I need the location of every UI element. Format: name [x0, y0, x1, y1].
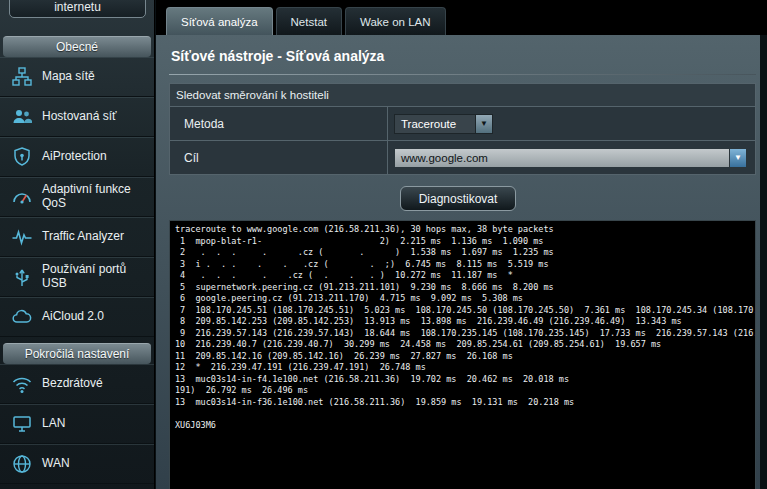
sidebar-item-wireless[interactable]: Bezdrátové	[0, 364, 154, 404]
target-input[interactable]: www.google.com ▼	[394, 148, 747, 168]
tab-label: Síťová analýza	[181, 16, 258, 28]
method-select[interactable]: Traceroute ▼	[394, 114, 493, 134]
cloud-icon	[10, 305, 34, 329]
sidebar-item-usb-application[interactable]: Používání portů USB	[0, 257, 154, 297]
main-area: Síťová analýza Netstat Wake on LAN Síťov…	[156, 0, 767, 489]
chevron-down-icon[interactable]: ▼	[475, 115, 492, 133]
target-field: www.google.com ▼	[388, 141, 755, 174]
target-row: Cíl www.google.com ▼	[170, 140, 755, 174]
traceroute-output[interactable]: traceroute to www.google.com (216.58.211…	[169, 220, 756, 489]
tab-bar: Síťová analýza Netstat Wake on LAN	[156, 0, 767, 35]
quick-internet-setup-button[interactable]: internetu	[9, 0, 146, 18]
sidebar-item-label: Adaptivní funkce QoS	[42, 183, 138, 211]
tab-network-analysis[interactable]: Síťová analýza	[166, 7, 273, 35]
sidebar: internetu Obecné Mapa sítě Hostovaná síť…	[0, 0, 155, 489]
sidebar-item-guest-network[interactable]: Hostovaná síť	[0, 97, 154, 137]
target-input-value: www.google.com	[395, 149, 729, 167]
content-panel: Síťové nástroje - Síťová analýza Sledova…	[156, 35, 760, 489]
sidebar-item-label: WAN	[42, 457, 70, 471]
sidebar-item-label: AiCloud 2.0	[42, 310, 104, 324]
method-select-value: Traceroute	[395, 115, 475, 133]
traffic-wave-icon	[10, 225, 34, 249]
wifi-icon	[10, 372, 34, 396]
diagnose-button[interactable]: Diagnostikovat	[400, 186, 517, 211]
sidebar-item-label: Traffic Analyzer	[42, 230, 124, 244]
guest-network-icon	[10, 105, 34, 129]
sidebar-item-wan[interactable]: WAN	[0, 444, 154, 484]
sidebar-item-label: Hostovaná síť	[42, 110, 117, 124]
tab-label: Wake on LAN	[360, 16, 431, 28]
sidebar-section-general: Obecné	[3, 36, 151, 57]
tab-wake-on-lan[interactable]: Wake on LAN	[345, 7, 446, 35]
sidebar-item-adaptive-qos[interactable]: Adaptivní funkce QoS	[0, 177, 154, 217]
monitor-icon	[10, 412, 34, 436]
sidebar-item-lan[interactable]: LAN	[0, 404, 154, 444]
method-label: Metoda	[170, 107, 388, 140]
section-advanced-label: Pokročilá nastavení	[25, 347, 130, 361]
sidebar-item-aicloud[interactable]: AiCloud 2.0	[0, 297, 154, 337]
quick-internet-setup-label: internetu	[54, 0, 101, 14]
usb-icon	[10, 265, 34, 289]
traceroute-form: Sledovat směrování k hostiteli Metoda Tr…	[169, 83, 756, 175]
sidebar-item-aiprotection[interactable]: AiProtection	[0, 137, 154, 177]
sidebar-item-traffic-analyzer[interactable]: Traffic Analyzer	[0, 217, 154, 257]
sidebar-item-label: AiProtection	[42, 150, 107, 164]
sidebar-item-label: Používání portů USB	[42, 263, 138, 291]
tab-netstat[interactable]: Netstat	[276, 7, 342, 35]
sidebar-item-network-map[interactable]: Mapa sítě	[0, 57, 154, 97]
shield-icon	[10, 145, 34, 169]
sidebar-item-label: Bezdrátové	[42, 377, 103, 391]
title-divider	[169, 74, 756, 75]
sidebar-item-label: LAN	[42, 417, 65, 431]
method-row: Metoda Traceroute ▼	[170, 106, 755, 140]
chevron-down-icon[interactable]: ▼	[729, 149, 746, 167]
sidebar-section-advanced: Pokročilá nastavení	[3, 343, 151, 364]
sidebar-item-label: Mapa sítě	[42, 70, 95, 84]
form-section-header: Sledovat směrování k hostiteli	[170, 84, 755, 106]
network-map-icon	[10, 65, 34, 89]
section-general-label: Obecné	[56, 40, 98, 54]
globe-icon	[10, 452, 34, 476]
target-label: Cíl	[170, 141, 388, 174]
method-field: Traceroute ▼	[388, 107, 755, 140]
gauge-icon	[10, 185, 34, 209]
tab-label: Netstat	[291, 16, 327, 28]
page-title: Síťové nástroje - Síťová analýza	[156, 35, 760, 64]
